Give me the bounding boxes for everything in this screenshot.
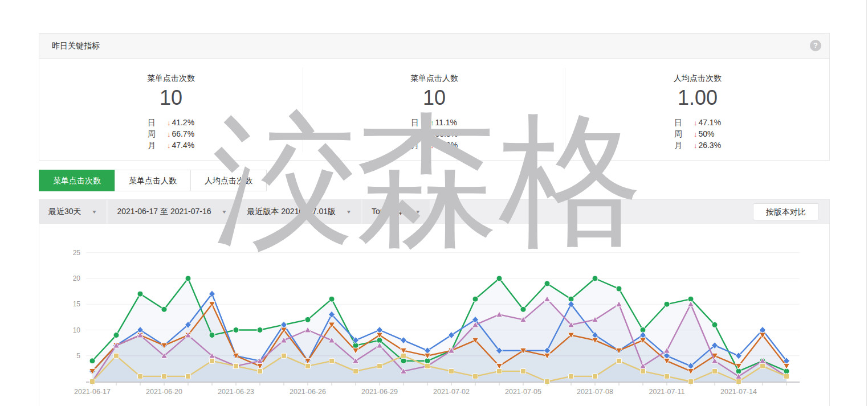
- metric-title: 人均点击次数: [566, 73, 829, 84]
- data-point-top5-series-5[interactable]: [138, 374, 143, 379]
- trend-down-icon: ↓: [167, 118, 171, 127]
- data-point-top5-series-1[interactable]: [209, 333, 215, 338]
- y-axis-tick-label: 15: [73, 300, 81, 308]
- data-point-top5-series-5[interactable]: [641, 368, 646, 374]
- date-range-preset-dropdown[interactable]: 最近30天 ▼: [39, 200, 106, 224]
- x-axis-tick-label: 2021-07-05: [505, 388, 541, 396]
- x-axis-tick-label: 2021-07-08: [577, 388, 613, 396]
- tab-menu-clicks[interactable]: 菜单点击次数: [39, 170, 115, 191]
- x-axis-tick-label: 2021-06-23: [218, 388, 254, 396]
- data-point-top5-series-5[interactable]: [617, 358, 622, 363]
- trend-pct: 50%: [698, 129, 714, 138]
- metric-menu-clicks: 菜单点击次数 10 日↓41.2% 周↓66.7% 月↓47.4%: [39, 59, 303, 160]
- trend-down-icon: ↓: [694, 141, 698, 150]
- top5-menu-dropdown[interactable]: Top5菜单 ▼: [362, 200, 430, 224]
- help-icon[interactable]: ?: [810, 40, 821, 51]
- kpi-card: 昨日关键指标 ? 菜单点击次数 10 日↓41.2% 周↓66.7% 月↓47.…: [39, 33, 830, 161]
- data-point-top5-series-1[interactable]: [161, 306, 167, 312]
- data-point-top5-series-1[interactable]: [520, 306, 526, 312]
- data-point-top5-series-5[interactable]: [736, 379, 741, 384]
- data-point-top5-series-5[interactable]: [712, 368, 718, 374]
- data-point-top5-series-1[interactable]: [712, 322, 718, 327]
- data-point-top5-series-5[interactable]: [760, 363, 765, 368]
- x-axis-tick-label: 2021-07-14: [720, 388, 757, 396]
- data-point-top5-series-1[interactable]: [401, 358, 406, 364]
- data-point-top5-series-5[interactable]: [401, 353, 406, 358]
- data-point-top5-series-1[interactable]: [89, 358, 95, 364]
- chart-card: 最近30天 ▼ 2021-06-17 至 2021-07-16 ▼ 最近版本 2…: [39, 199, 830, 406]
- data-point-top5-series-5[interactable]: [425, 363, 430, 368]
- y-axis-tick-label: 20: [73, 274, 81, 282]
- data-point-top5-series-1[interactable]: [185, 276, 191, 281]
- data-point-top5-series-1[interactable]: [592, 276, 598, 281]
- data-point-top5-series-1[interactable]: [472, 296, 478, 302]
- compare-by-version-button[interactable]: 按版本对比: [753, 203, 819, 220]
- data-point-top5-series-5[interactable]: [377, 363, 382, 368]
- trend-down-icon: ↓: [694, 130, 698, 138]
- kpi-card-title: 昨日关键指标: [52, 41, 100, 50]
- data-point-top5-series-1[interactable]: [113, 333, 119, 338]
- data-point-top5-series-1[interactable]: [305, 317, 311, 322]
- trend-row-month: 月↓26.3%: [674, 140, 721, 151]
- x-axis-tick-label: 2021-06-17: [74, 388, 111, 396]
- data-point-top5-series-5[interactable]: [90, 379, 95, 384]
- chevron-down-icon: ▼: [415, 209, 421, 214]
- trend-row-week: 周↓33.3%: [411, 128, 458, 140]
- data-point-top5-series-5[interactable]: [114, 353, 119, 358]
- data-point-top5-series-5[interactable]: [784, 374, 789, 379]
- data-point-top5-series-5[interactable]: [449, 368, 454, 374]
- data-point-top5-series-5[interactable]: [186, 374, 191, 379]
- data-point-top5-series-5[interactable]: [545, 379, 550, 384]
- data-point-top5-series-5[interactable]: [688, 379, 694, 384]
- trend-row-month: 月↓47.4%: [148, 140, 194, 151]
- data-point-top5-series-5[interactable]: [353, 368, 358, 374]
- x-axis-tick-label: 2021-07-02: [433, 388, 470, 396]
- kpi-card-body: 菜单点击次数 10 日↓41.2% 周↓66.7% 月↓47.4% 菜单点击人数…: [39, 59, 829, 160]
- metric-value: 10: [39, 86, 303, 110]
- filter-bar: 最近30天 ▼ 2021-06-17 至 2021-07-16 ▼ 最近版本 2…: [39, 200, 829, 224]
- chevron-down-icon: ▼: [92, 209, 97, 214]
- x-axis-tick-label: 2021-06-20: [146, 388, 182, 396]
- metric-value: 10: [303, 86, 566, 110]
- data-point-top5-series-1[interactable]: [257, 327, 263, 333]
- data-point-top5-series-5[interactable]: [497, 368, 502, 374]
- trend-down-icon: ↓: [694, 118, 698, 127]
- data-point-top5-series-5[interactable]: [593, 374, 598, 379]
- data-point-top5-series-5[interactable]: [162, 374, 167, 379]
- trend-pct: 28.6%: [435, 141, 458, 150]
- tab-clicks-per-user[interactable]: 人均点击次数: [190, 170, 267, 191]
- trend-row-week: 周↓66.7%: [148, 128, 194, 140]
- menu-version-dropdown[interactable]: 最近版本 20210617.01版 ▼: [238, 200, 361, 224]
- data-point-top5-series-5[interactable]: [258, 368, 263, 374]
- date-range-dropdown[interactable]: 2021-06-17 至 2021-07-16 ▼: [108, 200, 236, 224]
- data-point-top5-series-1[interactable]: [329, 296, 335, 302]
- data-point-top5-series-1[interactable]: [137, 291, 143, 297]
- data-point-top5-series-5[interactable]: [521, 368, 526, 374]
- trend-pct: 33.3%: [435, 129, 458, 138]
- data-point-top5-series-5[interactable]: [329, 358, 335, 363]
- x-axis-tick-label: 2021-06-29: [361, 388, 398, 396]
- metric-title: 菜单点击次数: [39, 73, 303, 84]
- trend-down-icon: ↓: [167, 130, 171, 138]
- data-point-top5-series-5[interactable]: [234, 363, 239, 368]
- data-point-top5-series-5[interactable]: [473, 374, 478, 379]
- tab-menu-users[interactable]: 菜单点击人数: [115, 170, 191, 191]
- y-axis-tick-label: 5: [76, 352, 80, 360]
- data-point-top5-series-5[interactable]: [305, 363, 311, 368]
- metric-title: 菜单点击人数: [303, 73, 566, 84]
- metric-value: 1.00: [566, 86, 829, 110]
- data-point-top5-series-5[interactable]: [210, 358, 215, 363]
- x-axis-tick-label: 2021-06-26: [290, 388, 326, 396]
- metric-tabs: 菜单点击次数 菜单点击人数 人均点击次数: [39, 170, 267, 191]
- data-point-top5-series-1[interactable]: [496, 276, 502, 281]
- data-point-top5-series-1[interactable]: [664, 301, 670, 307]
- trend-row-month: 月↓28.6%: [411, 140, 458, 151]
- data-point-top5-series-5[interactable]: [282, 353, 287, 358]
- metric-menu-users: 菜单点击人数 10 日↑11.1% 周↓33.3% 月↓28.6%: [303, 59, 566, 160]
- data-point-top5-series-1[interactable]: [233, 327, 239, 333]
- y-axis-tick-label: 10: [73, 326, 81, 334]
- data-point-top5-series-5[interactable]: [569, 374, 574, 379]
- data-point-top5-series-1[interactable]: [616, 286, 622, 292]
- data-point-top5-series-5[interactable]: [665, 374, 670, 379]
- data-point-top5-series-1[interactable]: [544, 281, 550, 286]
